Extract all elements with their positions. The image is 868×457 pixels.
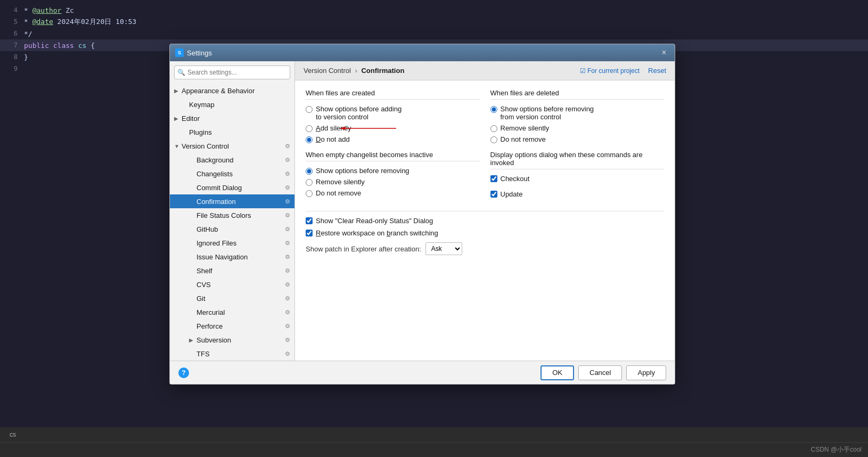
perf-icon: ⚙ [285,323,290,330]
radio-group-inactive: Show options before removing Remove sile… [306,167,480,197]
sidebar-item-github[interactable]: GitHub ⚙ [170,222,294,236]
status-watermark: CSDN @小手cool [810,445,862,454]
checkbox-update-input[interactable] [490,191,497,198]
content-scroll: When files are created Show options befo… [295,80,675,361]
radio-group-created: Show options before addingto version con… [306,105,480,143]
radio-group-deleted: Show options before removingfrom version… [490,105,665,143]
fsc-icon: ⚙ [285,212,290,219]
apply-button[interactable]: Apply [626,365,666,380]
bottom-tab-cs[interactable]: cs [4,430,21,439]
checkbox-restore-workspace[interactable]: Restore workspace on branch switching [306,229,664,237]
show-patch-form: Show patch in Explorer after creation: A… [306,242,664,255]
checkbox-clear-readonly-input[interactable] [306,217,313,224]
git-icon: ⚙ [285,295,290,302]
sidebar-item-cvs[interactable]: CVS ⚙ [170,278,294,291]
sidebar-item-file-status-colors[interactable]: File Status Colors ⚙ [170,208,294,222]
radio-show-add-input[interactable] [306,106,313,113]
dialog-titlebar: S Settings × [170,44,675,61]
search-input[interactable] [174,66,290,79]
radio-show-remove[interactable]: Show options before removingfrom version… [490,105,665,121]
show-patch-label: Show patch in Explorer after creation: [306,245,421,253]
tfs-icon: ⚙ [285,350,290,357]
editor-line: 4 * @author Zc [0,4,868,16]
help-button[interactable]: ? [178,368,189,378]
close-button[interactable]: × [659,47,669,58]
status-bar: CSDN @小手cool [0,442,868,457]
checkbox-checkout-input[interactable] [490,175,497,182]
sidebar-item-background[interactable]: Background ⚙ [170,153,294,167]
radio-remove-silently-2[interactable]: Remove silently [490,124,665,132]
sidebar-item-shelf[interactable]: Shelf ⚙ [170,264,294,278]
radio-show-before-removing[interactable]: Show options before removing [306,167,480,175]
sidebar-item-subversion[interactable]: ▶ Subversion ⚙ [170,333,294,347]
cl-icon: ⚙ [285,170,290,177]
checkbox-restore-workspace-input[interactable] [306,230,313,236]
radio-do-not-remove-2[interactable]: Do not remove [490,135,665,143]
cvs-icon: ⚙ [285,281,290,288]
svn-icon: ⚙ [285,337,290,344]
radio-show-remove-input[interactable] [490,106,497,113]
tree-container: ▶ Appearance & Behavior Keymap ▶ Editor … [170,84,294,361]
sidebar-item-plugins[interactable]: Plugins [170,125,294,139]
checkbox-update[interactable]: Update [490,190,665,198]
two-col-layout: When files are created Show options befo… [306,89,664,210]
right-column: When files are deleted Show options befo… [490,89,665,210]
sidebar-item-version-control[interactable]: ▼ Version Control ⚙ [170,139,294,153]
radio-do-not-remove[interactable]: Do not remove [306,189,480,197]
radio-add-silently-input[interactable] [306,125,313,132]
section-created-title: When files are created [306,89,480,100]
dialog-body: 🔍 ▶ Appearance & Behavior Keymap ▶ Edito [170,61,675,361]
current-project-button[interactable]: ☑ For current project [580,67,640,75]
gh-icon: ⚙ [285,226,290,233]
sidebar-item-appearance[interactable]: ▶ Appearance & Behavior [170,84,294,97]
tree-arrow-svn: ▶ [189,337,196,343]
radio-remove-silently-2-input[interactable] [490,125,497,132]
show-patch-select[interactable]: Ask Yes No [425,242,462,255]
sidebar-item-perforce[interactable]: Perforce ⚙ [170,319,294,333]
sidebar-item-issue-navigation[interactable]: Issue Navigation ⚙ [170,250,294,264]
cd-icon: ⚙ [285,184,290,191]
sidebar-item-editor[interactable]: ▶ Editor [170,111,294,125]
bg-icon: ⚙ [285,157,290,164]
editor-line: 6 */ [0,28,868,39]
search-box: 🔍 [174,66,290,79]
sidebar: 🔍 ▶ Appearance & Behavior Keymap ▶ Edito [170,61,295,361]
divider [306,211,664,211]
search-icon: 🔍 [177,69,185,76]
radio-do-not-add-input[interactable] [306,136,313,143]
sidebar-item-confirmation[interactable]: Confirmation ⚙ [170,194,294,208]
vc-icon: ⚙ [285,143,290,150]
sidebar-item-ignored-files[interactable]: Ignored Files ⚙ [170,236,294,250]
radio-show-before-removing-input[interactable] [306,168,313,175]
radio-remove-silently-input[interactable] [306,179,313,186]
editor-line: 5 * @date 2024年02月20日 10:53 [0,16,868,28]
sidebar-item-mercurial[interactable]: Mercurial ⚙ [170,305,294,319]
reset-button[interactable]: Reset [648,67,666,75]
cancel-button[interactable]: Cancel [578,365,622,380]
sidebar-item-tfs[interactable]: TFS ⚙ [170,347,294,361]
checkbox-checkout[interactable]: Checkout [490,175,665,183]
breadcrumb: Version Control › Confirmation [304,67,404,75]
radio-add-silently[interactable]: Add silently [306,124,480,132]
sidebar-item-git[interactable]: Git ⚙ [170,291,294,305]
sidebar-item-commit-dialog[interactable]: Commit Dialog ⚙ [170,181,294,194]
checkbox-group-commands: Checkout Update [490,175,665,202]
checkbox-clear-readonly[interactable]: Show "Clear Read-only Status" Dialog [306,217,664,225]
in-icon: ⚙ [285,254,290,260]
sidebar-item-keymap[interactable]: Keymap [170,97,294,111]
radio-show-add[interactable]: Show options before addingto version con… [306,105,480,121]
dialog-footer: ? OK Cancel Apply [170,361,675,384]
content-header: Version Control › Confirmation ☑ For cur… [295,61,675,80]
radio-remove-silently[interactable]: Remove silently [306,178,480,186]
ok-button[interactable]: OK [541,365,574,380]
radio-do-not-remove-input[interactable] [306,190,313,197]
dialog-title-text: Settings [187,49,659,57]
radio-do-not-add[interactable]: Do not add [306,135,480,143]
merc-icon: ⚙ [285,309,290,316]
section-inactive-title: When empty changelist becomes inactive [306,151,480,161]
sidebar-item-changelists[interactable]: Changelists ⚙ [170,167,294,181]
section-deleted-title: When files are deleted [490,89,665,100]
tree-arrow-vc: ▼ [174,143,182,149]
conf-icon: ⚙ [285,198,290,205]
radio-do-not-remove-2-input[interactable] [490,136,497,143]
